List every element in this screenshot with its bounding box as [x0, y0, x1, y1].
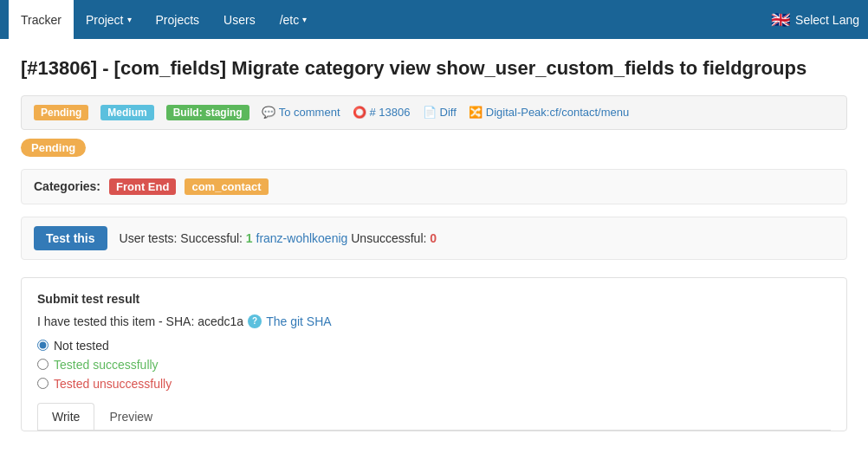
git-sha-link[interactable]: The git SHA: [266, 314, 331, 328]
categories-label: Categories:: [34, 179, 100, 193]
badge-build: Build: staging: [166, 105, 249, 120]
radio-tested-unsuccessfully[interactable]: Tested unsuccessfully: [37, 377, 831, 391]
badge-pending: Pending: [34, 105, 88, 120]
radio-not-tested-input[interactable]: [37, 340, 49, 351]
comment-icon: 💬: [262, 106, 275, 119]
select-lang-button[interactable]: 🇬🇧 Select Lang: [771, 10, 859, 29]
write-preview-tabs: Write Preview: [37, 403, 831, 431]
nav-item-users[interactable]: Users: [211, 0, 268, 39]
submit-title: Submit test result: [37, 292, 831, 306]
nav-item-project[interactable]: Project ▾: [74, 0, 144, 39]
radio-tested-successfully[interactable]: Tested successfully: [37, 358, 831, 372]
radio-success-input[interactable]: [37, 359, 49, 370]
sha-line: I have tested this item - SHA: acedc1a ?…: [37, 314, 831, 328]
test-info: User tests: Successful: 1 franz-wohlkoen…: [120, 231, 437, 245]
nav-item-projects[interactable]: Projects: [144, 0, 212, 39]
unsuccessful-count: 0: [430, 231, 437, 245]
navbar: Tracker Project ▾ Projects Users /etc ▾ …: [0, 0, 868, 39]
category-frontend[interactable]: Front End: [109, 178, 176, 195]
category-com-contact[interactable]: com_contact: [185, 178, 268, 195]
radio-fail-input[interactable]: [37, 378, 49, 389]
nav-right: 🇬🇧 Select Lang: [771, 10, 859, 29]
submit-section: Submit test result I have tested this it…: [21, 277, 847, 431]
tab-preview[interactable]: Preview: [94, 403, 167, 430]
to-comment-link[interactable]: 💬 To comment: [262, 106, 340, 119]
diff-icon: 📄: [423, 106, 437, 119]
nav-item-tracker[interactable]: Tracker: [9, 0, 74, 39]
branch-link[interactable]: 🔀 Digital-Peak:cf/contact/menu: [469, 106, 629, 119]
flag-icon: 🇬🇧: [771, 10, 790, 29]
test-user-link[interactable]: franz-wohlkoenig: [256, 231, 348, 245]
fork-icon: 🔀: [469, 106, 483, 119]
successful-count: 1: [246, 231, 253, 245]
test-row: Test this User tests: Successful: 1 fran…: [21, 217, 847, 260]
page-title: [#13806] - [com_fields] Migrate category…: [21, 56, 847, 81]
radio-group: Not tested Tested successfully Tested un…: [37, 339, 831, 391]
chevron-down-icon: ▾: [127, 15, 132, 24]
status-bar: Pending Medium Build: staging 💬 To comme…: [21, 95, 847, 130]
categories-row: Categories: Front End com_contact: [21, 169, 847, 204]
nav-item-etc[interactable]: /etc ▾: [268, 0, 320, 39]
badge-medium: Medium: [100, 105, 153, 120]
info-icon[interactable]: ?: [248, 314, 262, 328]
tab-write[interactable]: Write: [37, 403, 94, 430]
test-this-button[interactable]: Test this: [34, 226, 107, 250]
diff-link[interactable]: 📄 Diff: [423, 106, 457, 119]
pending-tag: Pending: [21, 139, 86, 157]
main-content: [#13806] - [com_fields] Migrate category…: [0, 39, 868, 449]
chevron-down-icon-etc: ▾: [302, 15, 307, 24]
github-issue-link[interactable]: ⭕ # 13806: [353, 106, 411, 119]
github-icon: ⭕: [353, 106, 366, 119]
radio-not-tested[interactable]: Not tested: [37, 339, 831, 353]
